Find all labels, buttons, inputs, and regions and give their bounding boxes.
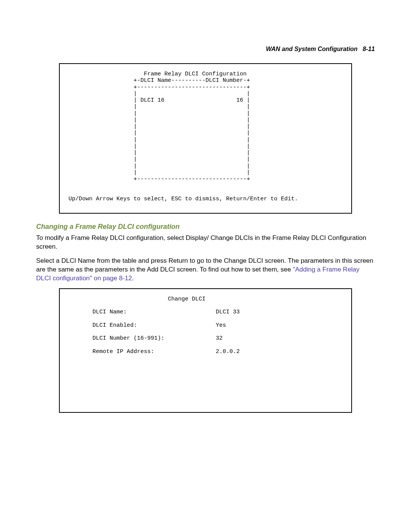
t1-hint: Up/Down Arrow Keys to select, ESC to dis… [65, 196, 298, 202]
t1-col-left: DLCI Name [140, 77, 171, 84]
t1-row[interactable]: | DLCI 16 16 | [65, 97, 250, 104]
t2-enabled-value: Yes [216, 322, 226, 329]
page-header: WAN and System Configuration 8-11 [36, 46, 375, 53]
p2-tail: . [132, 275, 134, 282]
t1-blank: | | [65, 117, 250, 123]
t1-blank: | | [65, 91, 250, 97]
paragraph-2: Select a DLCI Name from the table and pr… [36, 257, 375, 283]
paragraph-1: To modify a Frame Relay DLCI configurati… [36, 234, 375, 251]
t1-blank: | | [65, 143, 250, 150]
t1-blank: | | [65, 137, 250, 143]
t2-field-name[interactable]: DLCI Name: DLCI 33 [65, 309, 240, 315]
document-page: WAN and System Configuration 8-11 Frame … [0, 0, 411, 452]
page-ref: 8-11 [363, 46, 375, 52]
t1-blank: | | [65, 130, 250, 136]
t1-blank: | | [65, 156, 250, 163]
chapter-title: WAN and System Configuration [266, 46, 358, 52]
t2-remote-label: Remote IP Address: [92, 348, 154, 355]
t1-title: Frame Relay DLCI Configuration [144, 71, 247, 77]
t1-blank: | | [65, 150, 250, 156]
t1-sep-bot: +--------------------------------+ [65, 176, 250, 182]
t2-field-remote[interactable]: Remote IP Address: 2.0.0.2 [65, 348, 240, 355]
t1-header-line: +-DLCI Name----------DLCI Number-+ [65, 77, 250, 84]
t1-blank: | | [65, 110, 250, 117]
section-heading: Changing a Frame Relay DLCI configuratio… [36, 223, 375, 231]
t2-title: Change DLCI [168, 296, 206, 302]
terminal-dlci-config: Frame Relay DLCI Configuration +-DLCI Na… [59, 63, 352, 214]
t1-blank: | | [65, 169, 250, 176]
t2-enabled-label: DLCI Enabled: [92, 322, 137, 329]
t1-col-right: DLCI Number [206, 77, 243, 84]
t1-row-number: 16 [236, 97, 243, 104]
t2-field-number[interactable]: DLCI Number (16-991): 32 [65, 335, 223, 342]
terminal-change-dlci: Change DLCI DLCI Name: DLCI 33 DLCI Enab… [59, 288, 352, 413]
t1-sep-top: +--------------------------------+ [65, 84, 250, 91]
t2-number-label: DLCI Number (16-991): [92, 335, 164, 342]
t2-name-label: DLCI Name: [92, 309, 127, 315]
t1-blank: | | [65, 163, 250, 169]
t1-row-name: DLCI 16 [140, 97, 164, 104]
t2-name-value: DLCI 33 [216, 309, 240, 315]
t2-remote-value: 2.0.0.2 [216, 348, 240, 355]
t1-title-line: Frame Relay DLCI Configuration [65, 71, 247, 77]
t2-title-line: Change DLCI [65, 296, 206, 302]
t1-blank: | | [65, 123, 250, 130]
t1-hint-text: Up/Down Arrow Keys to select, ESC to dis… [68, 196, 298, 202]
t2-field-enabled[interactable]: DLCI Enabled: Yes [65, 322, 226, 329]
t2-number-value: 32 [216, 335, 223, 342]
t1-blank: | | [65, 104, 250, 110]
